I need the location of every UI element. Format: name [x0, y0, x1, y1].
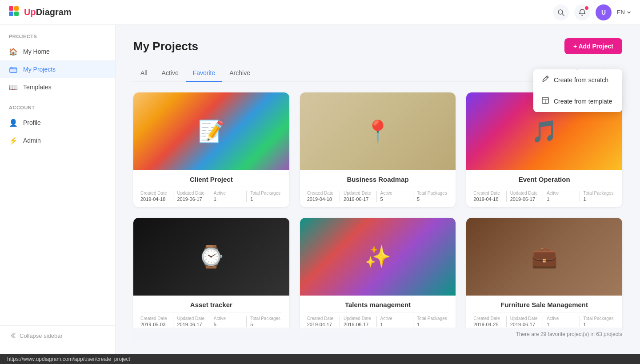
account-section-label: ACCOUNT: [0, 105, 115, 110]
project-card-body-business-roadmap: Business Roadmap Created Date 2019-04-18…: [300, 170, 456, 207]
project-card-title-event-operation: Event Operation: [473, 176, 615, 183]
sidebar-item-templates[interactable]: 📖 Templates: [0, 78, 115, 96]
meta-created-furniture-sale: Created Date 2019-04-25: [473, 316, 505, 327]
sidebar-item-label-templates: Templates: [23, 84, 52, 91]
chevron-down-icon: [627, 10, 631, 15]
sidebar-item-label-admin: Admin: [23, 137, 41, 144]
project-card-meta-asset-tracker: Created Date 2019-05-03 Updated Date 201…: [140, 312, 282, 327]
page-title: My Projects: [133, 40, 198, 53]
svg-rect-0: [9, 6, 13, 11]
svg-rect-3: [14, 12, 19, 16]
project-card-asset-tracker[interactable]: ⌚ Asset tracker Created Date 2019-05-03 …: [133, 218, 289, 332]
bell-icon: [579, 9, 586, 16]
meta-packages-talents-management: Total Packages 1: [413, 316, 448, 327]
create-from-template-item[interactable]: Create from template: [533, 91, 622, 112]
meta-packages-asset-tracker: Total Packages 5: [246, 316, 282, 327]
tab-archive[interactable]: Archive: [222, 65, 257, 82]
notifications-button[interactable]: [574, 4, 590, 20]
language-button[interactable]: EN: [617, 9, 631, 16]
tab-favorite[interactable]: Favorite: [186, 65, 223, 82]
add-project-label: + Add Project: [573, 43, 613, 50]
collapse-icon: [9, 332, 16, 339]
templates-icon: 📖: [9, 83, 18, 92]
meta-active-business-roadmap: Active 5: [376, 191, 412, 202]
project-card-meta-talents-management: Created Date 2019-04-17 Updated Date 201…: [307, 312, 449, 327]
meta-active-talents-management: Active 1: [376, 316, 412, 327]
project-card-meta-furniture-sale: Created Date 2019-04-25 Updated Date 201…: [473, 312, 615, 327]
create-template-label: Create from template: [554, 98, 612, 105]
status-bar: https://www.updiagram.com/app/user/creat…: [0, 354, 640, 364]
project-card-image-talents-management: ✨: [300, 218, 456, 296]
projects-grid: 📝 Client Project Created Date 2019-04-18…: [133, 92, 622, 332]
sidebar-item-admin[interactable]: ⚡ Admin: [0, 132, 115, 149]
add-project-button[interactable]: + Add Project: [564, 38, 622, 54]
project-card-furniture-sale[interactable]: 💼 Furniture Sale Management Created Date…: [466, 218, 622, 332]
meta-updated-asset-tracker: Updated Date 2019-06-17: [173, 316, 208, 327]
sidebar-item-label-profile: Profile: [23, 119, 41, 126]
meta-created-event-operation: Created Date 2019-04-18: [473, 191, 505, 202]
project-card-meta-client-project: Created Date 2019-04-18 Updated Date 201…: [140, 187, 282, 202]
project-card-talents-management[interactable]: ✨ Talents management Created Date 2019-0…: [300, 218, 456, 332]
add-project-dropdown: Create from scratch Create from template: [533, 69, 622, 112]
project-card-body-furniture-sale: Furniture Sale Management Created Date 2…: [466, 296, 622, 332]
project-card-title-business-roadmap: Business Roadmap: [307, 176, 449, 183]
sidebar-item-my-projects[interactable]: My Projects: [0, 60, 115, 78]
project-card-title-talents-management: Talents management: [307, 301, 449, 308]
tabs-left: All Active Favorite Archive: [133, 65, 257, 81]
tab-active[interactable]: Active: [155, 65, 186, 82]
projects-section-label: PROJECTS: [0, 34, 115, 39]
header-right: U EN: [553, 4, 631, 20]
sidebar-item-label-home: My Home: [23, 48, 50, 55]
avatar-button[interactable]: U: [596, 4, 612, 20]
logo-icon: [9, 6, 21, 19]
project-card-image-asset-tracker: ⌚: [133, 218, 289, 296]
project-card-meta-business-roadmap: Created Date 2019-04-18 Updated Date 201…: [307, 187, 449, 202]
collapse-label: Collapse sidebar: [20, 332, 63, 339]
logo-text: UpDiagram: [24, 7, 72, 17]
project-card-meta-event-operation: Created Date 2019-04-18 Updated Date 201…: [473, 187, 615, 202]
profile-icon: 👤: [9, 118, 18, 127]
meta-created-client-project: Created Date 2019-04-18: [140, 191, 172, 202]
meta-created-asset-tracker: Created Date 2019-05-03: [140, 316, 172, 327]
meta-packages-client-project: Total Packages 1: [246, 191, 282, 202]
meta-created-business-roadmap: Created Date 2019-04-18: [307, 191, 339, 202]
sidebar-item-label-projects: My Projects: [23, 66, 56, 73]
sidebar-item-profile[interactable]: 👤 Profile: [0, 114, 115, 132]
create-from-scratch-item[interactable]: Create from scratch: [533, 69, 622, 91]
home-icon: 🏠: [9, 47, 18, 56]
sidebar-item-my-home[interactable]: 🏠 My Home: [0, 43, 115, 60]
project-card-image-business-roadmap: 📍: [300, 92, 456, 170]
meta-updated-talents-management: Updated Date 2019-06-17: [340, 316, 375, 327]
project-card-title-client-project: Client Project: [140, 176, 282, 183]
meta-updated-furniture-sale: Updated Date 2019-06-17: [506, 316, 542, 327]
project-card-body-asset-tracker: Asset tracker Created Date 2019-05-03 Up…: [133, 296, 289, 332]
project-card-image-client-project: 📝: [133, 92, 289, 170]
collapse-sidebar-button[interactable]: Collapse sidebar: [0, 325, 115, 345]
content-header: My Projects + Add Project: [133, 38, 622, 54]
project-card-body-client-project: Client Project Created Date 2019-04-18 U…: [133, 170, 289, 207]
logo: UpDiagram: [9, 6, 72, 19]
meta-created-talents-management: Created Date 2019-04-17: [307, 316, 339, 327]
meta-active-asset-tracker: Active 5: [210, 316, 245, 327]
meta-packages-furniture-sale: Total Packages 1: [580, 316, 615, 327]
meta-packages-event-operation: Total Packages 1: [580, 191, 615, 202]
create-scratch-label: Create from scratch: [554, 76, 608, 84]
content-footer: There are 29 favorite project(s) in 63 p…: [133, 328, 622, 341]
meta-updated-event-operation: Updated Date 2019-06-17: [506, 191, 542, 202]
sidebar: PROJECTS 🏠 My Home My Projects 📖 Templat…: [0, 25, 116, 354]
pencil-icon: [541, 75, 549, 85]
project-card-business-roadmap[interactable]: 📍 Business Roadmap Created Date 2019-04-…: [300, 92, 456, 207]
search-icon: [557, 9, 564, 16]
main-layout: PROJECTS 🏠 My Home My Projects 📖 Templat…: [0, 25, 640, 354]
search-button[interactable]: [553, 4, 569, 20]
project-card-image-furniture-sale: 💼: [466, 218, 622, 296]
project-card-client-project[interactable]: 📝 Client Project Created Date 2019-04-18…: [133, 92, 289, 207]
language-label: EN: [617, 9, 625, 16]
svg-rect-2: [9, 12, 13, 16]
meta-packages-business-roadmap: Total Packages 5: [413, 191, 448, 202]
project-card-title-asset-tracker: Asset tracker: [140, 301, 282, 308]
tab-all[interactable]: All: [133, 65, 155, 82]
svg-rect-1: [14, 6, 19, 11]
notification-dot: [585, 6, 588, 10]
project-card-title-furniture-sale: Furniture Sale Management: [473, 301, 615, 308]
